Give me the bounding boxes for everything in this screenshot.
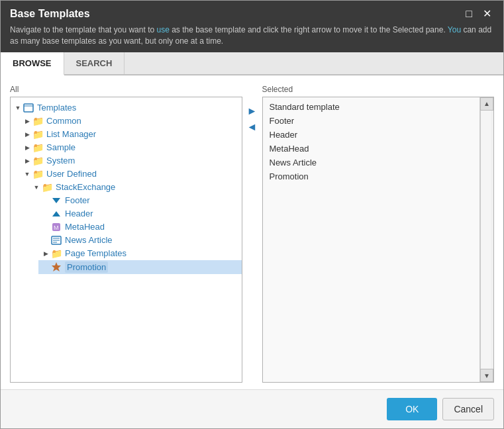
tree-item-sample[interactable]: ▶ 📁 Sample <box>20 141 242 154</box>
selected-item-newsarticle: News Article <box>263 156 480 169</box>
toggle-templates[interactable]: ▼ <box>13 103 23 113</box>
dialog-header: Base Templates □ ✕ Navigate to the templ… <box>1 1 503 52</box>
header-icon <box>50 209 62 219</box>
right-pane: Selected Standard template Footer Header… <box>262 85 495 383</box>
tree: ▼ Templates ▶ 📁 Common <box>11 97 242 278</box>
selected-item-metahead: MetaHead <box>263 142 480 156</box>
base-templates-dialog: Base Templates □ ✕ Navigate to the templ… <box>0 0 504 429</box>
tab-search[interactable]: SEARCH <box>64 52 125 74</box>
tree-item-system[interactable]: ▶ 📁 System <box>20 154 242 167</box>
metahead-icon: M <box>50 222 62 232</box>
toggle-sample[interactable]: ▶ <box>23 143 32 152</box>
scroll-down-button[interactable]: ▼ <box>480 369 493 382</box>
newsarticle-icon <box>50 235 62 246</box>
header-label: Header <box>65 209 93 218</box>
selected-label: Selected <box>262 85 495 94</box>
maximize-button[interactable]: □ <box>463 7 475 21</box>
ok-button[interactable]: OK <box>387 398 437 420</box>
templates-children: ▶ 📁 Common ▶ 📁 List Manager <box>20 115 242 274</box>
tree-item-listmanager[interactable]: ▶ 📁 List Manager <box>20 128 242 141</box>
add-to-selected-button[interactable]: ► <box>246 105 259 118</box>
sample-label: Sample <box>46 142 76 152</box>
userdefined-folder-icon: 📁 <box>32 169 44 179</box>
tree-item-promotion[interactable]: ▶ Promotion <box>38 260 242 274</box>
stackexchange-folder-icon: 📁 <box>41 182 53 193</box>
system-folder-icon: 📁 <box>32 156 44 166</box>
footer-icon <box>50 195 62 206</box>
tree-item-templates[interactable]: ▼ Templates <box>11 101 242 115</box>
tree-item-header[interactable]: ▶ Header <box>38 207 242 220</box>
svg-text:M: M <box>54 224 59 231</box>
stackexchange-label: StackExchange <box>56 182 115 192</box>
footer-buttons: OK Cancel <box>1 389 503 428</box>
tree-item-stackexchange[interactable]: ▼ 📁 StackExchange <box>29 181 242 194</box>
svg-rect-0 <box>24 104 33 112</box>
selected-item-header: Header <box>263 128 480 142</box>
selected-item-footer: Footer <box>263 114 480 128</box>
sample-folder-icon: 📁 <box>32 142 44 153</box>
toggle-system[interactable]: ▶ <box>23 156 32 166</box>
cancel-button[interactable]: Cancel <box>442 398 494 420</box>
close-button[interactable]: ✕ <box>480 7 494 21</box>
tree-item-pagetemplates[interactable]: ▶ 📁 Page Templates <box>38 247 242 260</box>
tree-item-metahead[interactable]: ▶ M MetaHead <box>38 220 242 234</box>
dialog-title: Base Templates <box>10 8 90 20</box>
listmanager-folder-icon: 📁 <box>32 129 44 140</box>
toggle-userdefined[interactable]: ▼ <box>23 169 32 179</box>
selected-list[interactable]: Standard template Footer Header MetaHead… <box>263 97 480 382</box>
userdefined-label: User Defined <box>46 169 97 179</box>
userdefined-children: ▼ 📁 StackExchange ▶ <box>29 181 242 274</box>
left-pane: All ▼ Templates ▶ 📁 <box>10 85 242 383</box>
system-label: System <box>46 156 75 166</box>
selected-scrollbar: ▲ ▼ <box>479 97 493 382</box>
promotion-icon <box>50 262 62 272</box>
selected-item-promotion: Promotion <box>263 169 480 183</box>
tab-browse[interactable]: BROWSE <box>1 52 64 75</box>
panes-container: All ▼ Templates ▶ 📁 <box>10 85 494 383</box>
tabs-row: BROWSE SEARCH <box>1 52 503 75</box>
dialog-controls: □ ✕ <box>463 7 494 21</box>
templates-label: Templates <box>37 103 76 113</box>
tree-container[interactable]: ▼ Templates ▶ 📁 Common <box>10 97 242 383</box>
newsarticle-label: News Article <box>65 235 113 245</box>
templates-icon <box>23 103 34 113</box>
promotion-label: Promotion <box>65 262 108 273</box>
pagetemplates-label: Page Templates <box>65 248 126 258</box>
all-label: All <box>10 85 242 94</box>
svg-marker-2 <box>52 198 60 203</box>
selected-container: Standard template Footer Header MetaHead… <box>262 97 495 383</box>
toggle-pagetemplates[interactable]: ▶ <box>41 249 50 258</box>
scroll-track <box>480 111 491 369</box>
metahead-label: MetaHead <box>65 222 105 232</box>
tree-item-common[interactable]: ▶ 📁 Common <box>20 115 242 128</box>
remove-from-selected-button[interactable]: ◄ <box>246 120 259 134</box>
svg-marker-10 <box>52 262 61 271</box>
footer-label: Footer <box>65 195 90 205</box>
listmanager-label: List Manager <box>46 129 96 139</box>
tree-item-footer[interactable]: ▶ Footer <box>38 194 242 207</box>
content-area: All ▼ Templates ▶ 📁 <box>1 75 503 389</box>
dialog-description: Navigate to the template that you want t… <box>10 24 494 47</box>
common-folder-icon: 📁 <box>32 116 44 126</box>
scroll-up-button[interactable]: ▲ <box>480 97 493 111</box>
toggle-stackexchange[interactable]: ▼ <box>32 183 41 192</box>
selected-item-standard: Standard template <box>263 100 480 114</box>
svg-marker-3 <box>52 211 60 216</box>
toggle-listmanager[interactable]: ▶ <box>23 130 32 139</box>
toggle-common[interactable]: ▶ <box>23 117 32 126</box>
stackexchange-children: ▶ Footer ▶ <box>38 194 242 274</box>
common-label: Common <box>46 116 81 126</box>
pagetemplates-folder-icon: 📁 <box>50 248 62 259</box>
tree-item-userdefined[interactable]: ▼ 📁 User Defined <box>20 167 242 181</box>
middle-buttons: ► ◄ <box>242 85 262 383</box>
tree-item-newsarticle[interactable]: ▶ News Article <box>38 234 242 247</box>
